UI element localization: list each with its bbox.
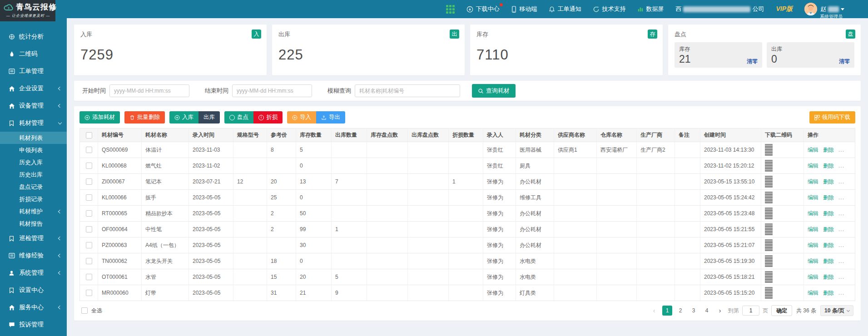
select-all-checkbox[interactable] <box>86 132 92 138</box>
qr-thumbnail[interactable] <box>765 239 773 251</box>
tech-support-button[interactable]: 技术支持 <box>593 5 625 13</box>
end-time-input[interactable] <box>232 84 312 97</box>
sidebar-subitem-history-in[interactable]: 历史入库 <box>0 156 67 168</box>
sidebar-item-settings-center[interactable]: 设置中心 <box>0 282 67 299</box>
add-consumable-button[interactable]: 添加耗材 <box>79 111 120 124</box>
row-checkbox[interactable] <box>86 242 92 248</box>
more-actions-button[interactable]: ... <box>838 163 844 169</box>
edit-link[interactable]: 编辑 <box>808 289 818 297</box>
footer-select-all-checkbox[interactable] <box>81 307 88 314</box>
qr-thumbnail[interactable] <box>765 144 773 156</box>
search-button[interactable]: 查询耗材 <box>472 84 516 98</box>
sidebar-item-qrcode[interactable]: 二维码 <box>0 45 67 63</box>
page-button-2[interactable]: 2 <box>675 306 685 316</box>
delete-link[interactable]: 删除 <box>823 194 834 202</box>
delete-link[interactable]: 删除 <box>823 162 834 170</box>
edit-link[interactable]: 编辑 <box>808 178 818 186</box>
row-checkbox[interactable] <box>86 147 92 153</box>
page-size-select[interactable]: 10 条/页 <box>820 305 853 316</box>
more-actions-button[interactable]: ... <box>838 290 844 296</box>
sidebar-item-workorders[interactable]: 工单管理 <box>0 63 67 80</box>
export-button[interactable]: 导出 <box>316 111 345 124</box>
qr-thumbnail[interactable] <box>765 223 773 235</box>
sidebar-item-device-management[interactable]: 设备管理 <box>0 97 67 114</box>
more-actions-button[interactable]: ... <box>838 194 844 201</box>
more-actions-button[interactable]: ... <box>838 178 844 185</box>
avatar[interactable] <box>804 3 817 15</box>
sidebar-item-enterprise-settings[interactable]: 企业设置 <box>0 80 67 97</box>
row-checkbox[interactable] <box>86 290 92 296</box>
confirm-page-button[interactable]: 确定 <box>771 305 792 316</box>
more-actions-button[interactable]: ... <box>838 210 844 217</box>
stock-in-button[interactable]: 入库 <box>169 111 198 124</box>
edit-link[interactable]: 编辑 <box>808 162 818 170</box>
row-checkbox[interactable] <box>86 178 92 185</box>
delete-link[interactable]: 删除 <box>823 178 834 186</box>
sidebar-item-stats[interactable]: 统计分析 <box>0 28 67 45</box>
delete-link[interactable]: 删除 <box>823 289 834 297</box>
edit-link[interactable]: 编辑 <box>808 242 818 249</box>
clear-stock-button[interactable]: 清零 <box>747 58 758 65</box>
delete-link[interactable]: 删除 <box>823 273 834 281</box>
sidebar-subitem-inventory-records[interactable]: 盘点记录 <box>0 181 67 193</box>
sidebar-item-repair-experience[interactable]: 维修经验 <box>0 247 67 264</box>
start-time-input[interactable] <box>109 84 189 97</box>
bulk-delete-button[interactable]: 批量删除 <box>124 111 165 124</box>
sidebar-item-service-center[interactable]: 服务中心 <box>0 299 67 316</box>
row-checkbox[interactable] <box>86 226 92 232</box>
more-actions-button[interactable]: ... <box>838 226 844 232</box>
edit-link[interactable]: 编辑 <box>808 257 818 265</box>
next-page-button[interactable]: › <box>715 306 725 316</box>
download-center-button[interactable]: 下载中心 <box>466 5 499 13</box>
inventory-check-button[interactable]: 盘点 <box>224 111 253 124</box>
more-actions-button[interactable]: ... <box>838 147 844 153</box>
row-checkbox[interactable] <box>86 210 92 217</box>
sidebar-subitem-consumable-list[interactable]: 耗材列表 <box>0 132 67 144</box>
more-actions-button[interactable]: ... <box>838 242 844 248</box>
claim-code-download-button[interactable]: 领用码下载 <box>809 111 856 124</box>
delete-link[interactable]: 删除 <box>823 242 834 249</box>
more-actions-button[interactable]: ... <box>838 258 844 264</box>
qr-thumbnail[interactable] <box>765 287 773 299</box>
sidebar-subitem-consumable-maintenance[interactable]: 耗材维护 <box>0 205 67 217</box>
row-checkbox[interactable] <box>86 274 92 280</box>
apps-grid-icon[interactable] <box>446 5 455 14</box>
stock-out-button[interactable]: 出库 <box>198 111 220 124</box>
sidebar-subitem-consumable-report[interactable]: 耗材报告 <box>0 217 67 230</box>
qr-thumbnail[interactable] <box>765 192 773 203</box>
row-checkbox[interactable] <box>86 258 92 264</box>
qr-thumbnail[interactable] <box>765 208 773 219</box>
sidebar-item-inspection[interactable]: 巡检管理 <box>0 230 67 247</box>
sidebar-subitem-damage-records[interactable]: 折损记录 <box>0 193 67 205</box>
sidebar-item-complaints[interactable]: 投诉管理 <box>0 316 67 333</box>
fuzzy-query-input[interactable] <box>355 84 460 97</box>
user-menu[interactable]: 赵 系统管理员 <box>804 3 844 15</box>
edit-link[interactable]: 编辑 <box>808 226 818 233</box>
clear-out-button[interactable]: 清零 <box>839 58 850 65</box>
row-checkbox[interactable] <box>86 194 92 201</box>
edit-link[interactable]: 编辑 <box>808 194 818 202</box>
page-button-4[interactable]: 4 <box>702 306 712 316</box>
workorder-notify-button[interactable]: 工单通知 <box>549 5 581 13</box>
qr-thumbnail[interactable] <box>765 176 773 188</box>
sidebar-subitem-history-out[interactable]: 历史出库 <box>0 168 67 181</box>
qr-thumbnail[interactable] <box>765 255 773 267</box>
edit-link[interactable]: 编辑 <box>808 210 818 217</box>
more-actions-button[interactable]: ... <box>838 274 844 280</box>
mobile-button[interactable]: 移动端 <box>511 5 537 13</box>
sidebar-item-system-management[interactable]: 系统管理 <box>0 264 67 282</box>
row-checkbox[interactable] <box>86 163 92 169</box>
import-button[interactable]: 导入 <box>287 111 316 124</box>
qr-thumbnail[interactable] <box>765 160 773 172</box>
delete-link[interactable]: 删除 <box>823 257 834 265</box>
page-button-1[interactable]: 1 <box>662 306 672 316</box>
delete-link[interactable]: 删除 <box>823 146 834 154</box>
delete-link[interactable]: 删除 <box>823 226 834 233</box>
edit-link[interactable]: 编辑 <box>808 273 818 281</box>
edit-link[interactable]: 编辑 <box>808 146 818 154</box>
damage-button[interactable]: i 折损 <box>253 111 283 124</box>
page-button-3[interactable]: 3 <box>689 306 699 316</box>
data-screen-button[interactable]: 数据屏 <box>637 5 664 13</box>
qr-thumbnail[interactable] <box>765 271 773 283</box>
sidebar-item-consumables[interactable]: 耗材管理 <box>0 114 67 132</box>
